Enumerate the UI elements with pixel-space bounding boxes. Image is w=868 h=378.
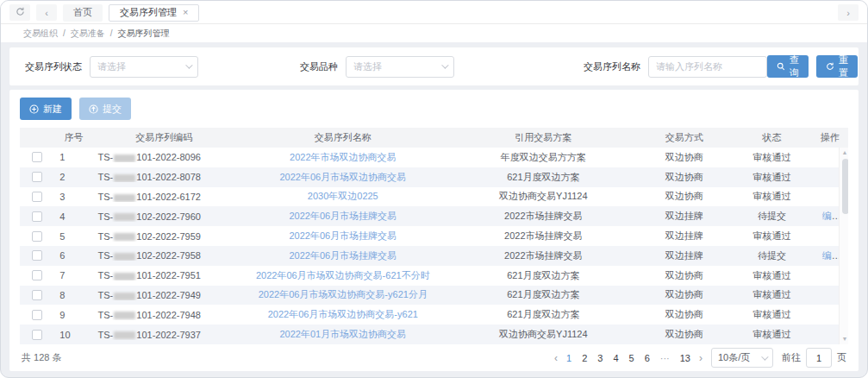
- code-prefix: TS-: [98, 211, 114, 222]
- row-index: 7: [54, 270, 92, 280]
- status-select[interactable]: 请选择: [90, 56, 198, 78]
- row-checkbox[interactable]: [32, 211, 42, 222]
- referenced-plan: 2022市场挂牌交易: [451, 230, 636, 243]
- sequence-code: TS-101-2022-7951: [93, 270, 235, 280]
- header-index: 序号: [54, 131, 92, 144]
- sequence-name-link[interactable]: 2022年06月市场挂牌交易: [289, 250, 397, 261]
- scrollbar-thumb[interactable]: [842, 159, 849, 214]
- code-prefix: TS-: [98, 192, 114, 202]
- sequence-name-link[interactable]: 2022年市场双边协商交易: [290, 152, 396, 162]
- page-number[interactable]: 1: [566, 353, 571, 363]
- vertical-scrollbar[interactable]: ▲ ▼: [839, 148, 848, 344]
- search-button[interactable]: 查询: [767, 55, 809, 78]
- sequence-name-link[interactable]: 2030年双边0225: [308, 191, 378, 201]
- tabs-scroll-right-button[interactable]: ›: [838, 4, 859, 21]
- page-number[interactable]: 4: [613, 353, 618, 363]
- page-number[interactable]: 13: [680, 353, 690, 363]
- row-checkbox[interactable]: [32, 330, 42, 340]
- page-number[interactable]: 5: [629, 353, 634, 363]
- table-row: 9TS-101-2022-79482022年06月市场双边协商交易-y62162…: [20, 305, 848, 324]
- page-number[interactable]: 2: [582, 353, 587, 363]
- sequence-name-input[interactable]: [648, 56, 767, 78]
- tab-transaction-sequence[interactable]: 交易序列管理 ×: [109, 4, 199, 22]
- code-prefix: TS-: [98, 172, 114, 182]
- breadcrumb-item[interactable]: 交易组织: [23, 28, 58, 40]
- sequence-name-cell: 2022年06月市场双边协商交易: [235, 171, 451, 184]
- status-text: 审核通过: [732, 190, 811, 203]
- new-button[interactable]: 新建: [20, 98, 72, 120]
- status-text: 待提交: [732, 210, 811, 223]
- referenced-plan: 621月度双边方案: [451, 308, 636, 321]
- scrollbar-track[interactable]: [840, 157, 848, 335]
- chevron-down-icon: [761, 353, 768, 360]
- referenced-plan: 621月度双边方案: [451, 269, 636, 282]
- trade-method: 双边协商: [636, 190, 732, 203]
- sequence-name-link[interactable]: 2022年06月市场双边协商交易-621不分时: [256, 270, 430, 280]
- page-number[interactable]: 3: [597, 353, 603, 363]
- trade-method: 双边挂牌: [636, 249, 732, 262]
- code-prefix: TS-: [98, 330, 114, 340]
- table-body-wrap: 1TS-101-2022-80962022年市场双边协商交易年度双边交易方方案双…: [20, 148, 848, 344]
- row-checkbox[interactable]: [32, 231, 42, 242]
- trade-method: 双边协商: [636, 288, 732, 301]
- next-page-icon[interactable]: ›: [699, 352, 703, 364]
- scroll-up-icon[interactable]: ▲: [842, 148, 848, 157]
- row-select-cell: [20, 211, 54, 222]
- status-filter-label: 交易序列状态: [25, 60, 82, 73]
- row-checkbox[interactable]: [32, 310, 42, 320]
- page-size-select[interactable]: 10条/页: [711, 348, 773, 368]
- scroll-down-icon[interactable]: ▼: [842, 335, 848, 343]
- sequence-name-link[interactable]: 2022年06月市场挂牌交易: [289, 230, 397, 241]
- prev-page-icon[interactable]: ‹: [554, 352, 558, 364]
- row-select-cell: [20, 192, 54, 202]
- trade-method: 双边协商: [636, 269, 732, 282]
- sequence-name-cell: 2022年01月市场双边协商交易: [235, 328, 451, 341]
- sequence-name-cell: 2022年06月市场双边协商交易-621不分时: [235, 269, 451, 282]
- code-redacted-blur: [114, 154, 135, 162]
- row-checkbox[interactable]: [32, 152, 42, 162]
- code-suffix: 101-2022-8078: [136, 172, 201, 182]
- code-redacted-blur: [114, 312, 135, 319]
- search-icon: [777, 62, 785, 71]
- close-tab-icon[interactable]: ×: [183, 8, 188, 17]
- page-number[interactable]: 6: [645, 353, 650, 363]
- variety-select-placeholder: 请选择: [353, 60, 382, 73]
- table-row: 6TS-102-2022-79582022年06月市场挂牌交易2022市场挂牌交…: [20, 246, 848, 266]
- sequence-name-link[interactable]: 2022年06月市场双边协商交易-y621分月: [259, 289, 428, 299]
- code-redacted-blur: [114, 253, 135, 261]
- new-button-label: 新建: [43, 103, 62, 116]
- table-row: 2TS-101-2022-80782022年06月市场双边协商交易621月度双边…: [20, 167, 848, 187]
- sequence-name-link[interactable]: 2022年01月市场双边协商交易: [279, 329, 406, 339]
- sequence-name-link[interactable]: 2022年06月市场挂牌交易: [289, 211, 397, 221]
- row-checkbox[interactable]: [32, 192, 42, 202]
- sequence-name-link[interactable]: 2022年06月市场双边协商交易: [279, 172, 406, 182]
- sequence-name-cell: 2022年06月市场双边协商交易-y621: [235, 308, 451, 321]
- code-suffix: 101-2022-7951: [136, 270, 201, 280]
- row-select-cell: [20, 172, 54, 182]
- tab-label: 首页: [73, 6, 92, 19]
- submit-button[interactable]: 提交: [79, 98, 131, 120]
- header-sequence-code: 交易序列编码: [93, 131, 235, 144]
- row-index: 10: [54, 330, 92, 340]
- tabs-scroll-left-button[interactable]: ‹: [36, 4, 57, 21]
- row-checkbox[interactable]: [32, 172, 42, 182]
- reset-button[interactable]: 重置: [816, 55, 858, 78]
- sequence-name-cell: 2022年06月市场双边协商交易-y621分月: [235, 288, 451, 301]
- sequence-code: TS-101-2022-7948: [93, 310, 235, 320]
- breadcrumb-item[interactable]: 交易准备: [71, 28, 105, 40]
- tab-home[interactable]: 首页: [63, 4, 103, 22]
- row-checkbox[interactable]: [32, 250, 42, 261]
- referenced-plan: 2022市场挂牌交易: [451, 210, 636, 223]
- breadcrumb-item-current: 交易序列管理: [118, 28, 170, 40]
- sequence-name-link[interactable]: 2022年06月市场双边协商交易-y621: [268, 309, 418, 319]
- goto-page-input[interactable]: [806, 348, 832, 368]
- variety-select[interactable]: 请选择: [346, 56, 454, 78]
- code-redacted-blur: [114, 293, 135, 300]
- sequence-code: TS-101-2022-8078: [93, 172, 235, 182]
- row-checkbox[interactable]: [32, 270, 42, 280]
- code-redacted-blur: [114, 174, 135, 182]
- reset-button-label: 重置: [839, 54, 848, 79]
- row-checkbox[interactable]: [32, 290, 42, 300]
- chevron-right-icon: ›: [846, 8, 850, 18]
- refresh-button[interactable]: [9, 4, 30, 21]
